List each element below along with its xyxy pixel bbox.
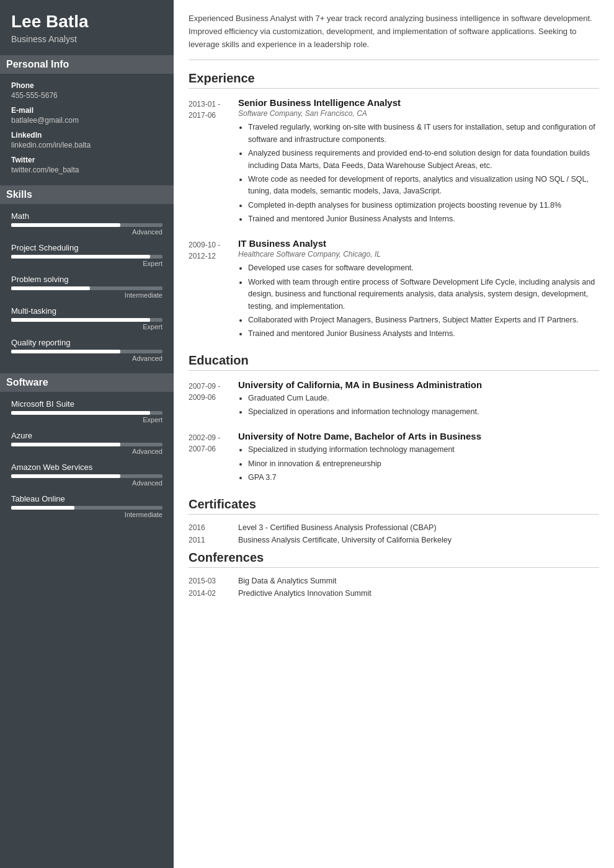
conferences-list: 2015-03 Big Data & Analytics Summit 2014… xyxy=(189,577,599,598)
cert-desc: Level 3 - Certified Business Analysis Pr… xyxy=(238,523,437,532)
skill-name: Quality reporting xyxy=(11,338,162,347)
phone-value: 455-555-5676 xyxy=(11,91,162,100)
software-bar-fill xyxy=(11,443,120,446)
linkedin-label: LinkedIn xyxy=(11,131,162,140)
email-label: E-mail xyxy=(11,106,162,115)
sidebar: Lee Batla Business Analyst Personal Info… xyxy=(0,0,174,868)
skill-level: Intermediate xyxy=(11,291,162,299)
certificate-row: 2016 Level 3 - Certified Business Analys… xyxy=(189,523,599,532)
skills-heading: Skills xyxy=(0,185,174,204)
software-bar xyxy=(11,411,162,415)
software-level: Advanced xyxy=(11,448,162,455)
experience-heading: Experience xyxy=(189,71,599,89)
bullet: Minor in innovation & entrepreneurship xyxy=(248,458,599,470)
experience-list: 2013-01 -2017-06 Senior Business Intelli… xyxy=(189,97,599,342)
cert-desc: Business Analysis Certificate, Universit… xyxy=(238,536,452,544)
entry-body: Senior Business Intelligence Analyst Sof… xyxy=(238,97,599,227)
entry-date: 2002-09 -2007-06 xyxy=(189,431,238,485)
cert-date: 2011 xyxy=(189,536,238,544)
bullet: Trained and mentored Junior Business Ana… xyxy=(248,213,599,225)
software-list: Microsoft BI Suite Expert Azure Advanced… xyxy=(11,399,162,518)
certificates-list: 2016 Level 3 - Certified Business Analys… xyxy=(189,523,599,544)
phone-label: Phone xyxy=(11,81,162,90)
software-bar xyxy=(11,443,162,446)
skill-bar-fill xyxy=(11,350,120,353)
software-bar-fill xyxy=(11,474,120,478)
conference-row: 2014-02 Predictive Analytics Innovation … xyxy=(189,589,599,598)
skill-name: Problem solving xyxy=(11,275,162,284)
conf-date: 2014-02 xyxy=(189,589,238,598)
degree: University of Notre Dame, Bachelor of Ar… xyxy=(238,431,599,441)
education-heading: Education xyxy=(189,353,599,371)
skill-bar-fill xyxy=(11,318,150,322)
software-name: Amazon Web Services xyxy=(11,463,162,472)
experience-entry: 2013-01 -2017-06 Senior Business Intelli… xyxy=(189,97,599,227)
entry-date: 2007-09 -2009-06 xyxy=(189,379,238,420)
skill-bar xyxy=(11,286,162,290)
conference-row: 2015-03 Big Data & Analytics Summit xyxy=(189,577,599,585)
degree: University of California, MA in Business… xyxy=(238,379,599,390)
education-list: 2007-09 -2009-06 University of Californi… xyxy=(189,379,599,486)
bullets-list: Graduated Cum Laude.Specialized in opera… xyxy=(238,392,599,418)
skill-bar xyxy=(11,223,162,227)
entry-date: 2013-01 -2017-06 xyxy=(189,97,238,227)
software-level: Intermediate xyxy=(11,511,162,518)
candidate-name: Lee Batla xyxy=(11,12,162,32)
skill-bar xyxy=(11,318,162,322)
bullets-list: Specialized in studying information tech… xyxy=(238,444,599,484)
certificate-row: 2011 Business Analysis Certificate, Univ… xyxy=(189,536,599,544)
job-title: IT Business Analyst xyxy=(238,238,599,249)
bullet: Worked with team through entire process … xyxy=(248,277,599,312)
bullet: Specialized in operations and informatio… xyxy=(248,406,599,418)
job-title: Senior Business Intelligence Analyst xyxy=(238,97,599,108)
skill-bar-fill xyxy=(11,286,90,290)
software-bar-fill xyxy=(11,506,74,510)
candidate-title: Business Analyst xyxy=(11,34,162,44)
bullet: Specialized in studying information tech… xyxy=(248,444,599,456)
entry-body: IT Business Analyst Healthcare Software … xyxy=(238,238,599,342)
bullet: Developed use cases for software develop… xyxy=(248,262,599,274)
skill-level: Advanced xyxy=(11,355,162,362)
skills-list: Math Advanced Project Scheduling Expert … xyxy=(11,211,162,362)
entry-body: University of Notre Dame, Bachelor of Ar… xyxy=(238,431,599,485)
bullet: Traveled regularly, working on-site with… xyxy=(248,122,599,146)
twitter-value: twitter.com/lee_balta xyxy=(11,166,162,174)
bullet: GPA 3.7 xyxy=(248,472,599,484)
skill-name: Multi-tasking xyxy=(11,306,162,316)
linkedin-value: linkedin.com/in/lee.balta xyxy=(11,141,162,149)
education-entry: 2002-09 -2007-06 University of Notre Dam… xyxy=(189,431,599,485)
skill-bar xyxy=(11,350,162,353)
main-content: Experienced Business Analyst with 7+ yea… xyxy=(174,0,614,868)
conf-desc: Predictive Analytics Innovation Summit xyxy=(238,589,372,598)
company: Healthcare Software Company, Chicago, IL xyxy=(238,250,599,259)
skill-bar-fill xyxy=(11,255,150,259)
skill-level: Expert xyxy=(11,260,162,267)
education-entry: 2007-09 -2009-06 University of Californi… xyxy=(189,379,599,420)
certificates-heading: Certificates xyxy=(189,497,599,515)
bullets-list: Developed use cases for software develop… xyxy=(238,262,599,340)
twitter-label: Twitter xyxy=(11,156,162,164)
bullet: Wrote code as needed for development of … xyxy=(248,174,599,198)
software-level: Advanced xyxy=(11,479,162,487)
software-name: Tableau Online xyxy=(11,494,162,503)
skill-bar-fill xyxy=(11,223,120,227)
bullet: Graduated Cum Laude. xyxy=(248,392,599,404)
company: Software Company, San Francisco, CA xyxy=(238,109,599,118)
bullet: Collaborated with Project Managers, Busi… xyxy=(248,314,599,326)
bullet: Completed in-depth analyses for business… xyxy=(248,200,599,211)
skill-name: Math xyxy=(11,211,162,221)
cert-date: 2016 xyxy=(189,523,238,532)
summary-text: Experienced Business Analyst with 7+ yea… xyxy=(189,12,599,60)
conf-desc: Big Data & Analytics Summit xyxy=(238,577,336,585)
entry-body: University of California, MA in Business… xyxy=(238,379,599,420)
skill-level: Expert xyxy=(11,323,162,330)
bullets-list: Traveled regularly, working on-site with… xyxy=(238,122,599,225)
skill-level: Advanced xyxy=(11,228,162,236)
email-value: batlalee@gmail.com xyxy=(11,116,162,125)
software-bar-fill xyxy=(11,411,150,415)
conf-date: 2015-03 xyxy=(189,577,238,585)
skill-name: Project Scheduling xyxy=(11,243,162,252)
experience-entry: 2009-10 -2012-12 IT Business Analyst Hea… xyxy=(189,238,599,342)
bullet: Trained and mentored Junior Business Ana… xyxy=(248,328,599,340)
software-level: Expert xyxy=(11,416,162,423)
